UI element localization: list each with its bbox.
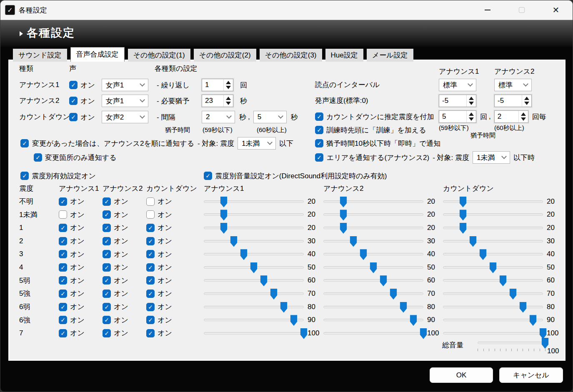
slider-track[interactable] (443, 292, 543, 295)
announce1-on-checkbox[interactable] (59, 290, 67, 298)
per-intensity-volume-checkbox[interactable] (204, 172, 212, 180)
ok-button[interactable]: OK (430, 367, 493, 383)
slider-track[interactable] (443, 240, 543, 242)
slider-thumb[interactable] (410, 315, 417, 326)
volume-slider[interactable] (323, 327, 423, 340)
repeat-count-spinner[interactable]: 1 (202, 79, 233, 91)
slider-thumb[interactable] (370, 262, 377, 273)
slider-thumb[interactable] (480, 249, 487, 260)
slider-thumb[interactable] (340, 197, 347, 207)
volume-slider[interactable] (443, 274, 543, 287)
tab-other-settings-1[interactable]: その他の設定(1) (128, 49, 190, 62)
volume-slider[interactable] (323, 261, 423, 274)
tab-hue-settings[interactable]: Hue設定 (325, 49, 363, 62)
slider-track[interactable] (323, 292, 423, 295)
spin-up-icon[interactable] (469, 112, 474, 116)
punct-interval-announce1-select[interactable]: 標準 (439, 79, 476, 91)
slider-track[interactable] (204, 292, 304, 295)
countdown-on-checkbox[interactable] (146, 210, 155, 219)
slider-thumb[interactable] (460, 223, 467, 234)
announce1-enable-checkbox[interactable] (69, 81, 78, 89)
spin-up-icon[interactable] (469, 97, 474, 100)
spin-up-icon[interactable] (226, 97, 231, 100)
countdown-over60-spinner[interactable]: 2 (494, 110, 528, 123)
announce1-on-checkbox[interactable] (59, 263, 67, 272)
volume-slider[interactable] (323, 221, 423, 235)
volume-slider[interactable] (323, 208, 423, 222)
volume-slider[interactable] (443, 247, 543, 261)
slider-track[interactable] (204, 240, 304, 242)
slider-track[interactable] (204, 227, 304, 229)
volume-slider[interactable] (443, 313, 543, 327)
volume-slider[interactable] (204, 313, 304, 327)
volume-slider[interactable] (204, 261, 304, 274)
interval-over60-select[interactable]: 5 (253, 111, 287, 123)
announce2-on-checkbox[interactable] (103, 316, 111, 324)
announce2-on-checkbox[interactable] (103, 224, 111, 232)
announce2-on-checkbox[interactable] (103, 303, 111, 311)
slider-track[interactable] (323, 253, 423, 255)
volume-slider[interactable] (204, 327, 304, 340)
cancel-button[interactable]: キャンセル (499, 367, 563, 383)
slider-track[interactable] (204, 253, 304, 255)
announce2-on-checkbox[interactable] (103, 197, 111, 206)
slider-track[interactable] (204, 332, 304, 335)
announce2-on-checkbox[interactable] (103, 329, 111, 337)
slider-track[interactable] (443, 306, 543, 308)
slider-thumb[interactable] (270, 289, 278, 300)
slider-track[interactable] (323, 240, 423, 242)
speech-rate-announce2-spinner[interactable]: -5 (494, 95, 532, 107)
slider-thumb[interactable] (230, 236, 238, 247)
volume-slider[interactable] (323, 287, 423, 300)
slider-thumb[interactable] (250, 262, 258, 273)
spin-down-icon[interactable] (469, 102, 474, 105)
slider-track[interactable] (204, 200, 304, 203)
slider-track[interactable] (323, 279, 423, 282)
slider-track[interactable] (204, 319, 304, 321)
volume-slider[interactable] (323, 300, 423, 314)
countdown-on-checkbox[interactable] (146, 290, 155, 298)
slider-thumb[interactable] (220, 197, 228, 207)
volume-slider[interactable] (443, 235, 543, 248)
slider-thumb[interactable] (350, 236, 357, 247)
tab-other-settings-3[interactable]: その他の設定(3) (260, 49, 322, 62)
slider-track[interactable] (443, 279, 543, 282)
countdown-intensity-checkbox[interactable] (315, 112, 323, 121)
volume-slider[interactable] (204, 195, 304, 208)
countdown-enable-checkbox[interactable] (69, 113, 78, 121)
countdown-on-checkbox[interactable] (146, 303, 155, 311)
countdown-on-checkbox[interactable] (146, 276, 155, 285)
slider-thumb[interactable] (260, 275, 268, 286)
volume-slider[interactable] (204, 221, 304, 235)
volume-slider[interactable] (443, 195, 543, 208)
area-target-select[interactable]: 1未満 (473, 151, 510, 164)
announce1-on-checkbox[interactable] (59, 237, 67, 245)
volume-slider[interactable] (323, 313, 423, 327)
countdown-on-checkbox[interactable] (146, 224, 155, 232)
slider-track[interactable] (323, 213, 423, 216)
interval-under59-select[interactable]: 2 (202, 111, 235, 123)
slider-thumb[interactable] (500, 275, 507, 286)
slider-track[interactable] (323, 227, 423, 229)
slider-track[interactable] (323, 332, 423, 335)
volume-slider[interactable] (323, 274, 423, 287)
volume-slider[interactable] (204, 287, 304, 300)
announce1-voice-select[interactable]: 女声1 (102, 79, 148, 91)
announce1-on-checkbox[interactable] (59, 197, 67, 206)
slider-track[interactable] (323, 306, 423, 308)
announce2-enable-checkbox[interactable] (69, 97, 78, 105)
spin-down-icon[interactable] (469, 117, 474, 121)
slider-thumb[interactable] (300, 328, 308, 339)
close-button[interactable]: ✕ (547, 3, 565, 17)
slider-track[interactable] (443, 200, 543, 203)
announce2-on-checkbox[interactable] (103, 276, 111, 285)
spin-up-icon[interactable] (521, 112, 526, 116)
countdown-on-checkbox[interactable] (146, 197, 155, 206)
slider-track[interactable] (443, 213, 543, 216)
speech-rate-announce1-spinner[interactable]: -5 (439, 95, 476, 107)
slider-thumb[interactable] (390, 289, 397, 300)
change-notify-checkbox[interactable] (20, 139, 29, 147)
master-volume-slider[interactable] (478, 337, 545, 349)
tab-sound-settings[interactable]: サウンド設定 (13, 49, 67, 62)
announce1-on-checkbox[interactable] (59, 250, 67, 258)
